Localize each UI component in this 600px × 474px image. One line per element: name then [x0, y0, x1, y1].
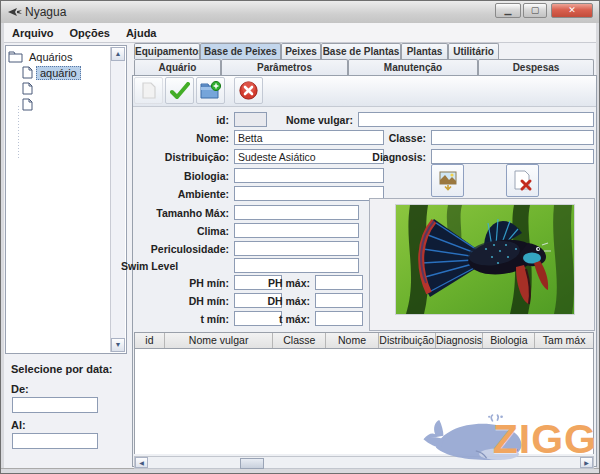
application-window: Nyagua ▁ ▢ ✕ Arquivo Opções Ajuda Aquári… — [0, 0, 600, 474]
tab-base-de-plantas[interactable]: Base de Plantas — [321, 43, 401, 59]
periculosidade-label: Periculosidade: — [109, 243, 229, 255]
confirm-button[interactable] — [165, 77, 194, 104]
t-min-label: t mín: — [149, 313, 229, 325]
toolbar — [133, 76, 596, 107]
tree-item-label: aquário — [36, 66, 81, 80]
window-frame-left — [1, 23, 4, 473]
menu-arquivo[interactable]: Arquivo — [4, 25, 62, 41]
swim-level-label: Swim Level — [109, 260, 229, 272]
col-nome-vulgar[interactable]: Nome vulgar — [165, 333, 274, 348]
close-button[interactable]: ✕ — [551, 3, 593, 18]
tamanho-max-label: Tamanho Máx: — [109, 207, 229, 219]
col-id[interactable]: id — [135, 333, 165, 348]
new-record-button[interactable] — [134, 77, 163, 104]
id-label: id: — [109, 114, 229, 126]
col-tam-max[interactable]: Tam máx — [535, 333, 593, 348]
tree-item-aquario[interactable]: aquário — [22, 65, 81, 80]
menu-opcoes[interactable]: Opções — [62, 25, 118, 41]
folder-add-icon — [200, 81, 222, 100]
table-horizontal-scrollbar[interactable]: ◀ ▶ — [134, 456, 594, 469]
clima-field[interactable] — [234, 223, 359, 238]
document-icon — [22, 98, 33, 111]
distribuicao-label: Distribuição: — [109, 151, 229, 163]
tab-peixes[interactable]: Peixes — [281, 43, 321, 59]
folder-icon — [8, 51, 23, 63]
tree-root-aquarios[interactable]: Aquários — [8, 49, 75, 64]
scroll-right-icon[interactable]: ▶ — [580, 457, 593, 468]
betta-fish-photo — [395, 204, 575, 315]
col-classe[interactable]: Classe — [273, 333, 326, 348]
scroll-down-icon[interactable]: ▼ — [111, 338, 125, 352]
menu-ajuda[interactable]: Ajuda — [118, 25, 165, 41]
date-to-input[interactable] — [12, 433, 98, 449]
date-from-label: De: — [11, 383, 29, 395]
col-biologia[interactable]: Biologia — [483, 333, 535, 348]
diagnosis-label: Diagnosis: — [346, 151, 426, 163]
date-filter-title: Selecione por data: — [11, 363, 112, 375]
biologia-field[interactable] — [234, 168, 384, 183]
scroll-left-icon[interactable]: ◀ — [135, 457, 148, 468]
tab-utilitario[interactable]: Utilitário — [448, 43, 499, 59]
tamanho-max-field[interactable] — [234, 205, 359, 220]
date-to-label: Al: — [11, 419, 26, 431]
dh-max-field[interactable] — [315, 293, 363, 308]
cancel-button[interactable] — [234, 77, 263, 104]
tab-aquario[interactable]: Aquário — [134, 59, 221, 75]
date-filter-panel: Selecione por data: De: Al: — [5, 357, 127, 467]
col-diagnosis[interactable]: Diagnosis — [436, 333, 484, 348]
col-distribuicao[interactable]: Distribuição — [379, 333, 436, 348]
tab-base-de-peixes[interactable]: Base de Peixes — [200, 43, 281, 59]
classe-label: Classe: — [346, 132, 426, 144]
window-title: Nyagua — [25, 5, 66, 19]
title-bar[interactable]: Nyagua ▁ ▢ ✕ — [1, 1, 599, 24]
minimize-button[interactable]: ▁ — [495, 3, 521, 18]
clima-label: Clima: — [109, 225, 229, 237]
dh-min-label: DH mín: — [149, 295, 229, 307]
picture-icon — [439, 171, 457, 191]
blank-document-icon — [142, 82, 156, 99]
page-delete-icon — [513, 170, 533, 192]
nome-label: Nome: — [109, 132, 229, 144]
nome-vulgar-label: Nome vulgar: — [253, 114, 353, 126]
tree-guide-line — [18, 106, 19, 158]
load-image-button[interactable] — [431, 164, 464, 197]
tab-plantas[interactable]: Plantas — [401, 43, 448, 59]
diagnosis-field[interactable] — [431, 149, 594, 164]
classe-field[interactable] — [431, 130, 594, 145]
tab-parametros[interactable]: Parâmetros — [221, 59, 348, 75]
remove-image-button[interactable] — [506, 164, 539, 197]
ph-max-field[interactable] — [315, 275, 363, 290]
nome-vulgar-field[interactable] — [358, 112, 594, 127]
biologia-label: Biologia: — [109, 170, 229, 182]
menu-bar: Arquivo Opções Ajuda — [4, 23, 596, 43]
ph-max-label: PH máx: — [266, 277, 310, 289]
tree-item-blank-2[interactable] — [22, 97, 42, 112]
scrollbar-thumb[interactable] — [240, 458, 264, 469]
col-nome[interactable]: Nome — [326, 333, 379, 348]
document-icon — [22, 82, 33, 95]
document-icon — [22, 66, 33, 79]
ph-min-label: PH mín: — [149, 277, 229, 289]
maximize-button[interactable]: ▢ — [523, 3, 547, 18]
tree-item-blank-1[interactable] — [22, 81, 42, 96]
tab-equipamentos[interactable]: Equipamentos — [134, 43, 200, 59]
tree-root-label: Aquários — [26, 51, 75, 63]
tab-manutencao[interactable]: Manutenção — [348, 59, 478, 75]
scroll-up-icon[interactable]: ▲ — [111, 47, 125, 61]
fish-table[interactable]: id Nome vulgar Classe Nome Distribuição … — [134, 332, 594, 454]
ambiente-field[interactable] — [234, 186, 384, 201]
swim-level-field[interactable] — [234, 258, 359, 273]
red-cancel-icon — [239, 81, 258, 100]
fish-image-panel — [369, 198, 595, 331]
add-record-button[interactable] — [196, 77, 225, 104]
fish-table-body — [135, 349, 593, 454]
green-check-icon — [170, 82, 190, 100]
fish-table-header: id Nome vulgar Classe Nome Distribuição … — [135, 333, 593, 349]
t-max-field[interactable] — [315, 311, 363, 326]
tab-despesas[interactable]: Despesas — [478, 59, 594, 75]
app-icon — [8, 7, 22, 17]
date-from-input[interactable] — [12, 397, 98, 413]
t-max-label: t máx: — [266, 313, 310, 325]
periculosidade-field[interactable] — [234, 241, 359, 256]
ambiente-label: Ambiente: — [109, 188, 229, 200]
